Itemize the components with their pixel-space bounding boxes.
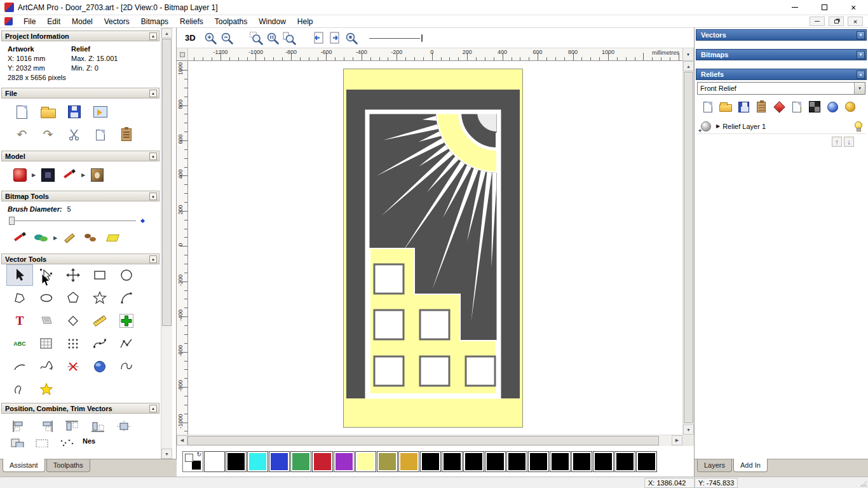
- bitmap-to-vector-tool[interactable]: [33, 333, 60, 355]
- flyout-arrow-icon[interactable]: ▶: [80, 172, 86, 178]
- scatter-copies-icon[interactable]: [58, 437, 75, 449]
- scroll-left-icon[interactable]: ◀: [177, 435, 187, 445]
- scrollbar-thumb[interactable]: [684, 72, 693, 423]
- flyout-arrow-icon[interactable]: ▶: [31, 172, 37, 178]
- door-artwork[interactable]: [343, 69, 523, 428]
- create-arc-tool[interactable]: [113, 287, 140, 309]
- child-restore-button[interactable]: [829, 17, 844, 26]
- brush-diameter-slider[interactable]: ◆: [8, 215, 161, 227]
- colour-swatch-13[interactable]: [485, 451, 506, 472]
- relief-layer-row[interactable]: + ▶ Relief Layer 1: [697, 119, 865, 134]
- reliefs-panel-header[interactable]: Reliefs ▲: [696, 69, 867, 80]
- save-relief-icon[interactable]: [736, 100, 750, 114]
- flood-fill-icon[interactable]: [80, 228, 102, 247]
- cut-icon[interactable]: [61, 125, 87, 144]
- collapse-icon[interactable]: ▲: [149, 32, 157, 40]
- new-model-icon[interactable]: [9, 102, 35, 121]
- paste-special-tool[interactable]: [113, 310, 140, 332]
- zoom-fit-page-icon[interactable]: [281, 30, 297, 46]
- colour-swatch-15[interactable]: [528, 451, 549, 472]
- zoom-in-icon[interactable]: [203, 30, 218, 46]
- align-bottom-icon[interactable]: [85, 417, 111, 436]
- chevron-down-icon[interactable]: ▼: [854, 83, 865, 94]
- collapse-icon[interactable]: ▲: [857, 71, 865, 79]
- create-rectangle-tool[interactable]: [86, 264, 113, 286]
- eraser-tool-icon[interactable]: [102, 228, 123, 247]
- create-oval-tool[interactable]: [33, 287, 60, 309]
- fit-arcs-tool[interactable]: [113, 356, 140, 377]
- model-section-header[interactable]: Model ▲: [1, 151, 159, 161]
- set-model-size-icon[interactable]: [9, 165, 31, 184]
- paste-icon[interactable]: [87, 125, 113, 144]
- child-close-button[interactable]: ×: [848, 17, 863, 26]
- menu-help[interactable]: Help: [292, 16, 319, 27]
- menu-model[interactable]: Model: [66, 16, 98, 27]
- open-relief-icon[interactable]: [719, 100, 733, 114]
- collapse-icon[interactable]: ▲: [149, 193, 157, 200]
- create-text-tool[interactable]: T: [6, 310, 33, 332]
- expander-icon[interactable]: ▶: [716, 123, 720, 129]
- tab-assistant[interactable]: Assistant: [3, 459, 45, 472]
- measure-tool[interactable]: [86, 310, 113, 332]
- slider-thumb[interactable]: [9, 217, 15, 225]
- colour-swatch-6[interactable]: [334, 451, 355, 472]
- canvas-horizontal-scrollbar[interactable]: ◀ ▶: [177, 435, 682, 446]
- colour-swatch-3[interactable]: [269, 451, 290, 472]
- combine-vectors-icon[interactable]: [10, 437, 27, 449]
- create-blend-tool[interactable]: [86, 356, 113, 377]
- layer-visibility-bulb-icon[interactable]: [854, 121, 862, 132]
- relief-library-icon[interactable]: [754, 100, 768, 114]
- colour-swatch-17[interactable]: [571, 451, 592, 472]
- colour-swatch-10[interactable]: [420, 451, 441, 472]
- menu-edit[interactable]: Edit: [41, 16, 66, 27]
- relief-texture-icon[interactable]: [808, 100, 822, 114]
- colour-swatch-7[interactable]: [355, 451, 376, 472]
- colour-swatch-12[interactable]: [463, 451, 484, 472]
- scroll-down-icon[interactable]: ▼: [161, 449, 172, 459]
- zoom-100-icon[interactable]: [265, 30, 280, 46]
- create-freehand-polyline-tool[interactable]: [113, 333, 140, 355]
- open-model-icon[interactable]: [35, 102, 61, 121]
- previous-view-icon[interactable]: [311, 30, 326, 46]
- nesting-dots-tool[interactable]: [60, 333, 86, 355]
- layer-name[interactable]: Relief Layer 1: [722, 123, 854, 130]
- create-diamond-tool[interactable]: [60, 310, 86, 332]
- greyscale-image-icon[interactable]: [86, 165, 108, 184]
- menu-file[interactable]: File: [18, 16, 41, 27]
- align-right-icon[interactable]: [32, 417, 58, 436]
- scrollbar-thumb[interactable]: [187, 436, 659, 445]
- notes-icon[interactable]: [113, 125, 139, 144]
- wrap-text-tool[interactable]: [33, 310, 60, 332]
- menu-toolpaths[interactable]: Toolpaths: [209, 16, 253, 27]
- tab-add-in[interactable]: Add In: [733, 459, 768, 472]
- colour-swatch-4[interactable]: [290, 451, 311, 472]
- view-3d-button[interactable]: 3D: [182, 32, 199, 44]
- align-centre-icon[interactable]: [111, 417, 137, 436]
- move-layer-up-button[interactable]: ↑: [832, 137, 842, 147]
- bitmap-tools-header[interactable]: Bitmap Tools ▲: [1, 191, 159, 201]
- relief-selector-dropdown[interactable]: Front Relief ▼: [697, 82, 865, 95]
- menu-reliefs[interactable]: Reliefs: [174, 16, 209, 27]
- zoom-selected-icon[interactable]: [344, 30, 359, 46]
- new-relief-layer-icon[interactable]: [701, 100, 715, 114]
- close-button[interactable]: ×: [839, 0, 868, 15]
- fit-curve-tool[interactable]: [86, 333, 113, 355]
- arc-fit-tool[interactable]: [6, 356, 33, 377]
- transform-vectors-tool[interactable]: [60, 264, 86, 286]
- minimize-button[interactable]: [780, 0, 810, 15]
- file-section-header[interactable]: File ▲: [1, 88, 159, 98]
- save-model-icon[interactable]: [61, 102, 87, 121]
- menu-vectors[interactable]: Vectors: [98, 16, 135, 27]
- trim-vectors-tool[interactable]: [60, 356, 86, 377]
- undo-icon[interactable]: ↶: [9, 125, 35, 144]
- collapse-icon[interactable]: ▲: [149, 90, 157, 97]
- paint-tool-icon[interactable]: [9, 228, 31, 247]
- expand-icon[interactable]: ▼: [857, 31, 865, 39]
- expand-icon[interactable]: ▼: [857, 51, 865, 59]
- horizontal-ruler[interactable]: millimetres -1200-1000-800-600-400-20002…: [188, 48, 682, 61]
- next-view-icon[interactable]: [327, 30, 342, 46]
- adjust-model-icon[interactable]: [37, 165, 58, 184]
- maximize-button[interactable]: [810, 0, 839, 15]
- colour-swatch-1[interactable]: [226, 451, 247, 472]
- colour-swatch-14[interactable]: [506, 451, 527, 472]
